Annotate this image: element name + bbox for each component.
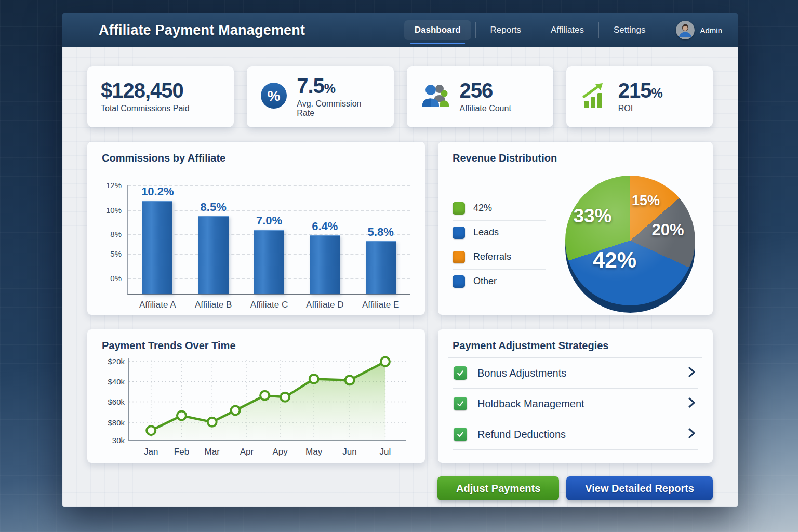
x-tick-label: Affiliate E: [355, 300, 407, 310]
strategy-label: Holdback Management: [477, 398, 584, 410]
avatar: [676, 21, 695, 39]
legend-item: Leads: [453, 220, 546, 245]
bar-chart-panel: Commissions by Affiliate 12%10%8%5%0% 10…: [87, 142, 425, 315]
check-icon: [454, 428, 467, 441]
bar-value-label: 6.4%: [312, 220, 338, 233]
page-title: Affiliate Payment Management: [99, 22, 305, 38]
nav-tab-affiliates[interactable]: Affiliates: [540, 20, 594, 40]
x-tick-label: Affiliate D: [299, 300, 351, 310]
data-point-marker: [281, 393, 289, 402]
line-chart-panel: Payment Trends Over Time JanFebMarAprApy…: [87, 329, 425, 463]
data-point-marker: [310, 375, 318, 383]
legend-item: 42%: [453, 196, 546, 220]
data-point-marker: [381, 357, 390, 366]
pie-slices: [565, 176, 695, 305]
pie-slice-label: 33%: [573, 205, 611, 227]
strategy-row-bonus-adjustments[interactable]: Bonus Adjustments: [453, 358, 698, 389]
stat-suffix: %: [324, 81, 335, 96]
legend-swatch: [453, 251, 465, 263]
stat-card-roi: 215% ROI: [566, 66, 713, 127]
stat-number: $128,450: [101, 79, 183, 102]
bar-chart: 12%10%8%5%0% 10.2% 8.5%: [102, 185, 410, 295]
stat-label: Avg. Commission Rate: [297, 99, 380, 118]
bar-columns: 10.2% 8.5% 7.0%: [128, 185, 410, 294]
legend-swatch: [453, 275, 465, 288]
x-tick-label: Affiliate B: [188, 300, 240, 310]
data-point-marker: [208, 418, 217, 427]
users-icon: [420, 81, 450, 112]
area-fill: [151, 362, 385, 441]
panel-divider: [98, 170, 415, 170]
stat-card-avg-commission-rate: % 7.5% Avg. Commission Rate: [247, 66, 393, 127]
x-tick-label: Jul: [380, 447, 391, 457]
nav-tab-settings[interactable]: Settings: [603, 20, 656, 40]
x-tick-label: Affiliate A: [131, 300, 183, 310]
legend-swatch: [453, 202, 465, 215]
chevron-right-icon: [686, 427, 697, 442]
legend-item: Other: [453, 269, 546, 294]
stat-number: 256: [460, 79, 493, 102]
legend-swatch: [453, 227, 465, 239]
legend-label: Other: [473, 276, 497, 287]
user-menu[interactable]: Admin: [664, 21, 722, 39]
bar: [310, 235, 340, 294]
y-tick-label: 10%: [106, 205, 122, 214]
legend-label: Referrals: [473, 251, 511, 262]
x-tick-label: Jan: [144, 447, 158, 457]
x-tick-label: Affiliate C: [243, 300, 295, 310]
bar-column: 10.2%: [131, 185, 183, 294]
charts-row: Commissions by Affiliate 12%10%8%5%0% 10…: [87, 142, 713, 315]
adjust-payments-button[interactable]: Adjust Payments: [437, 476, 559, 500]
stat-value: 215%: [618, 80, 662, 101]
panel-divider: [448, 170, 702, 170]
pie-legend: 42% Leads Referrals: [453, 196, 546, 294]
strategy-label: Refund Deductions: [477, 429, 566, 441]
data-point-marker: [177, 411, 186, 420]
nav-divider: [598, 22, 599, 38]
main-nav: Dashboard Reports Affiliates Settings: [404, 20, 722, 40]
pie-chart-panel: Revenue Distribution 42% Leads: [438, 142, 713, 315]
y-tick-label: 30k: [112, 436, 125, 445]
y-tick-label: $20k: [108, 357, 125, 366]
bar-column: 7.0%: [243, 185, 295, 294]
strategy-label: Bonus Adjustments: [477, 367, 566, 379]
pie-chart-body: 42% Leads Referrals: [453, 176, 698, 308]
bar-column: 6.4%: [299, 185, 351, 294]
legend-label: 42%: [473, 203, 492, 214]
y-tick-label: 0%: [110, 273, 122, 282]
check-icon: [454, 366, 467, 380]
bar-value-label: 5.8%: [368, 225, 394, 239]
bar-value-label: 8.5%: [201, 201, 227, 214]
stat-label: Affiliate Count: [460, 104, 511, 113]
view-detailed-reports-button[interactable]: View Detailed Reports: [566, 476, 713, 500]
bar: [254, 230, 284, 294]
chevron-right-icon: [686, 366, 697, 380]
stat-number: 215: [618, 79, 651, 102]
pie-slice-label: 42%: [593, 248, 636, 273]
bottom-row: Payment Trends Over Time JanFebMarAprApy…: [87, 329, 713, 463]
bar-value-label: 7.0%: [256, 214, 282, 228]
x-tick-label: Apr: [240, 447, 254, 457]
data-point-marker: [231, 406, 240, 415]
nav-tab-reports[interactable]: Reports: [480, 20, 532, 40]
panel-title: Revenue Distribution: [453, 152, 698, 164]
strategy-row-refund-deductions[interactable]: Refund Deductions: [453, 419, 698, 450]
percent-icon: %: [260, 82, 287, 111]
user-name: Admin: [700, 26, 722, 35]
y-tick-label: $60k: [108, 397, 125, 406]
strategies-panel: Payment Adjustment Strategies Bonus Adju…: [438, 329, 713, 463]
bar-chart-y-axis: 12%10%8%5%0%: [102, 185, 127, 295]
actions-row: Adjust Payments View Detailed Reports: [87, 476, 713, 500]
stat-label: Total Commissions Paid: [101, 104, 190, 113]
nav-tab-dashboard[interactable]: Dashboard: [404, 20, 471, 40]
bar: [142, 201, 172, 294]
stat-label: ROI: [618, 104, 662, 113]
stat-value: $128,450: [101, 80, 190, 101]
strategy-row-holdback-management[interactable]: Holdback Management: [453, 389, 698, 419]
growth-chart-icon: [580, 81, 609, 112]
stats-row: $128,450 Total Commissions Paid %: [87, 66, 713, 127]
panel-title: Payment Adjustment Strategies: [453, 340, 698, 352]
bar-column: 5.8%: [355, 185, 407, 294]
dashboard-content: $128,450 Total Commissions Paid %: [62, 47, 738, 507]
bar: [198, 216, 229, 294]
